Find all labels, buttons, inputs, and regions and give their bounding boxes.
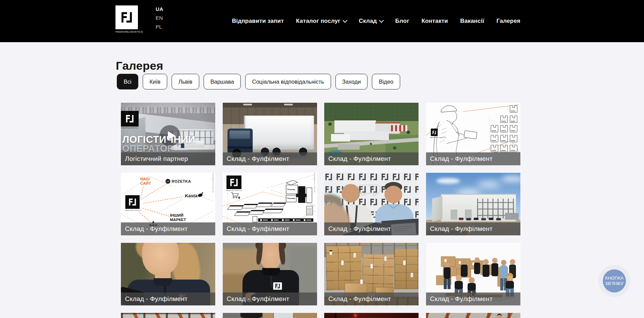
gallery-caption: Склад - Фулфілмент bbox=[426, 152, 520, 165]
gallery-caption: Склад - Фулфілмент bbox=[324, 292, 419, 305]
chevron-down-icon bbox=[343, 18, 347, 22]
gallery-item-partial[interactable] bbox=[426, 313, 520, 318]
lang-en[interactable]: EN bbox=[156, 15, 163, 21]
gallery-item[interactable]: Склад - Фулфілмент bbox=[223, 243, 317, 305]
gallery-caption: Склад - Фулфілмент bbox=[223, 152, 317, 165]
gallery-item[interactable]: Склад - Фулфілмент bbox=[324, 173, 419, 235]
gallery-item[interactable]: Склад - Фулфілмент bbox=[121, 243, 215, 305]
video-overlay-title: ЛОГІСТИЧНИЙ ОПЕРАТОР bbox=[122, 135, 195, 153]
nav-warehouse[interactable]: Склад bbox=[359, 18, 383, 24]
nav-contacts[interactable]: Контакти bbox=[422, 18, 448, 24]
gallery-item[interactable]: Склад - Фулфілмент bbox=[426, 173, 520, 235]
diagram-label-your-site: ВАШСАЙТ bbox=[140, 177, 151, 186]
brand-logo[interactable]: FASHIONLOGISTICS bbox=[115, 5, 138, 33]
filter-social-responsibility[interactable]: Соціальна відповідальність bbox=[245, 74, 331, 89]
gallery-image bbox=[324, 313, 419, 318]
gallery-grid: FASHIONLOGISTICS ЛОГІСТИЧНИЙ ОПЕРАТОР Ло… bbox=[121, 103, 520, 318]
diagram-label-other-market: ІНШИЙМАРКЕТ bbox=[170, 213, 186, 222]
fl-logo-icon bbox=[115, 5, 138, 29]
gallery-item[interactable]: Склад - Фулфілмент bbox=[426, 243, 520, 305]
filter-lviv[interactable]: Львів bbox=[172, 74, 199, 89]
gallery-item-partial[interactable] bbox=[324, 313, 419, 318]
gallery-image bbox=[223, 313, 317, 318]
gallery-caption: Склад - Фулфілмент bbox=[324, 222, 419, 235]
nav-blog[interactable]: Блог bbox=[395, 18, 409, 24]
fl-logo-watermark-text: FASHIONLOGISTICS bbox=[121, 127, 138, 129]
filter-kyiv[interactable]: Київ bbox=[143, 74, 167, 89]
diagram-label-parcel: Посилка bbox=[287, 197, 295, 199]
gallery-item[interactable]: FASHIONLOGISTICS www.fashionlogistics.co… bbox=[426, 103, 520, 165]
filter-video[interactable]: Відео bbox=[372, 74, 400, 89]
fl-logo-watermark bbox=[121, 111, 139, 127]
fl-logo-small bbox=[431, 129, 438, 136]
brand-name: FASHIONLOGISTICS bbox=[115, 30, 138, 33]
gallery-item[interactable]: Склад - Фулфілмент bbox=[223, 103, 317, 165]
gallery-caption: Склад - Фулфілмент bbox=[121, 292, 215, 305]
main-nav: Відправити запит Каталог послуг Склад Бл… bbox=[232, 0, 520, 42]
gallery-item[interactable]: ВАШСАЙТ ROZETKA Kasta ІНШИЙМАРКЕТ FASHIO… bbox=[121, 173, 215, 235]
lang-pl[interactable]: PL bbox=[156, 24, 163, 30]
nav-vacancies[interactable]: Вакансії bbox=[460, 18, 484, 24]
page-title: Галерея bbox=[116, 59, 163, 72]
filter-events[interactable]: Заходи bbox=[335, 74, 368, 89]
nav-services-catalog[interactable]: Каталог послуг bbox=[296, 18, 346, 24]
gallery-caption: Склад - Фулфілмент bbox=[324, 152, 419, 165]
gallery-image bbox=[426, 313, 520, 318]
gallery-caption: Логістичний партнер bbox=[121, 152, 215, 165]
gallery-item-partial[interactable] bbox=[121, 313, 215, 318]
site-url-vertical: www.fashionlogistics.com.ua bbox=[212, 173, 214, 193]
chevron-down-icon bbox=[379, 18, 384, 22]
gallery-image bbox=[121, 313, 215, 318]
gallery-caption: Склад - Фулфілмент bbox=[426, 222, 520, 235]
gallery-caption: Склад - Фулфілмент bbox=[223, 222, 317, 235]
header: FASHIONLOGISTICS UA EN PL Відправити зап… bbox=[0, 0, 644, 42]
gallery-item-partial[interactable] bbox=[223, 313, 317, 318]
gallery-caption: Склад - Фулфілмент bbox=[426, 292, 520, 305]
diagram-label-kasta: Kasta bbox=[185, 193, 198, 198]
gallery-caption: Склад - Фулфілмент bbox=[121, 222, 215, 235]
diagram-label-rozetka: ROZETKA bbox=[172, 179, 191, 183]
gallery-item-video[interactable]: FASHIONLOGISTICS ЛОГІСТИЧНИЙ ОПЕРАТОР Ло… bbox=[121, 103, 215, 165]
gallery-item[interactable]: FASHIONLOGISTICS Посилка Посилка www.fas… bbox=[223, 173, 317, 235]
fl-logo-small bbox=[125, 195, 140, 209]
language-switcher: UA EN PL bbox=[156, 6, 163, 30]
filter-warsaw[interactable]: Варшава bbox=[204, 74, 241, 89]
diagram-label-parcel: Посилка bbox=[287, 188, 295, 190]
site-url-vertical: www.fashionlogistics.com.ua bbox=[314, 173, 316, 193]
fl-logo-small bbox=[226, 175, 241, 189]
contact-button-label: КНОПКА ЗВ'ЯЗКУ bbox=[603, 269, 626, 292]
gallery-item[interactable]: Склад - Фулфілмент bbox=[324, 243, 419, 305]
filter-all[interactable]: Всі bbox=[117, 74, 138, 89]
gallery-caption: Склад - Фулфілмент bbox=[223, 292, 317, 305]
nav-send-request[interactable]: Відправити запит bbox=[232, 18, 284, 24]
contact-button[interactable]: КНОПКА ЗВ'ЯЗКУ bbox=[598, 265, 630, 297]
gallery-filters: Всі Київ Львів Варшава Соціальна відпові… bbox=[117, 74, 400, 89]
lang-ua[interactable]: UA bbox=[156, 6, 163, 12]
gallery-item[interactable]: Склад - Фулфілмент bbox=[324, 103, 419, 165]
nav-gallery[interactable]: Галерея bbox=[497, 18, 520, 24]
